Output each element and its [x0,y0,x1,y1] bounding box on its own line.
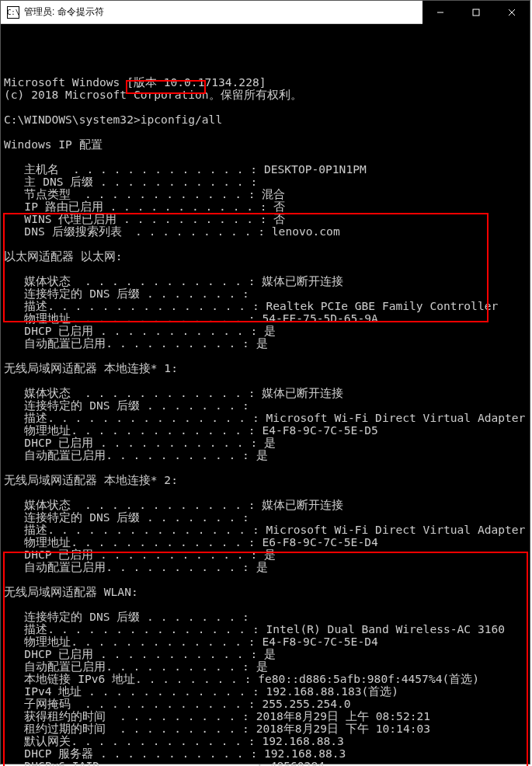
field-label: 物理地址 [24,535,71,548]
field-value: 媒体已断开连接 [262,386,343,399]
cmd-icon: C:\ [7,6,19,19]
adapter-title: 无线局域网适配器 本地连接* 2: [4,473,178,486]
field-value: 是 [256,336,268,350]
highlight-command [126,80,206,94]
field-label: 连接特定的 DNS 后缀 [24,399,140,412]
field-value: DESKTOP-0P1N1PM [264,162,367,176]
command-text: ipconfig/all [141,113,222,126]
field-label: 主 DNS 后缀 [24,175,93,188]
highlight-wlan [3,552,528,766]
terminal-output[interactable]: Microsoft Windows [版本 10.0.17134.228] (c… [1,24,530,766]
titlebar[interactable]: C:\ 管理员: 命令提示符 [1,1,530,24]
field-value: Microsoft Wi-Fi Direct Virtual Adapter #… [266,523,532,536]
field-value: 混合 [262,187,285,200]
field-label: IP 路由已启用 [24,200,103,213]
field-label: 自动配置已启用 [24,336,106,350]
prompt: C:\WINDOWS\system32> [4,113,141,126]
svg-rect-1 [473,9,479,16]
minimize-button[interactable] [422,1,458,24]
field-label: 主机名 [24,162,59,176]
section-title: Windows IP 配置 [4,138,103,151]
field-label: 描述 [24,523,47,536]
highlight-ethernet [3,213,489,322]
window-controls [422,1,530,24]
field-label: 节点类型 [24,187,71,200]
field-value: E4-F8-9C-7C-5E-D5 [262,423,377,437]
field-label: 媒体状态 [24,498,71,511]
field-label: 描述 [24,411,47,424]
field-value: 是 [264,324,276,337]
field-label: 自动配置已启用 [24,448,106,461]
field-label: DHCP 已启用 [24,436,93,449]
close-button[interactable] [494,1,530,24]
window-title: 管理员: 命令提示符 [24,5,104,19]
field-value: 是 [264,436,276,449]
field-value: 媒体已断开连接 [262,498,343,511]
field-label: 物理地址 [24,423,71,437]
field-value: 否 [273,200,285,213]
field-value: 是 [256,448,268,461]
field-label: DHCP 已启用 [24,324,93,337]
cmd-window: C:\ 管理员: 命令提示符 Microsoft Windows [版本 10.… [0,0,530,764]
field-value: Microsoft Wi-Fi Direct Virtual Adapter [266,411,526,424]
field-label: 媒体状态 [24,386,71,399]
field-label: 连接特定的 DNS 后缀 [24,510,140,524]
adapter-title: 无线局域网适配器 本地连接* 1: [4,361,178,374]
field-value: E6-F8-9C-7C-5E-D4 [262,535,377,548]
maximize-button[interactable] [458,1,494,24]
